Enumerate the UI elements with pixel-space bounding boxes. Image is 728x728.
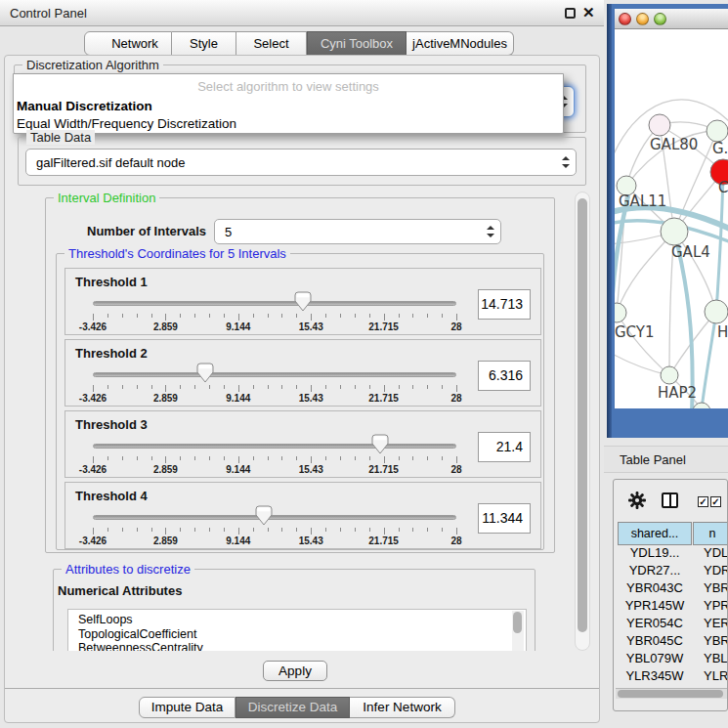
slider-track[interactable] — [93, 444, 456, 449]
network-canvas[interactable]: GAL80G.CGAL11GAL4GCY1HHAP2 — [615, 29, 728, 408]
cell-shared-name[interactable]: YBL079W — [618, 651, 692, 665]
network-edge[interactable] — [617, 232, 674, 313]
slider-thumb[interactable] — [196, 363, 214, 383]
cell-shared-name[interactable]: YPR145W — [618, 598, 692, 613]
scrollbar-thumb[interactable] — [578, 198, 587, 632]
numerical-attributes-list[interactable]: SelfLoopsTopologicalCoefficientBetweenne… — [67, 609, 527, 651]
float-window-icon[interactable] — [565, 8, 576, 19]
cell-name[interactable]: YBR0 — [704, 580, 728, 595]
tick-mark — [93, 528, 94, 535]
tick-mark — [180, 385, 181, 389]
tick-label: 15.43 — [299, 393, 323, 404]
network-node[interactable] — [661, 366, 678, 384]
tab-cyni-toolbox[interactable]: Cyni Toolbox — [307, 31, 407, 56]
threshold-value-field[interactable]: 21.4 — [478, 432, 531, 462]
tick-mark — [427, 528, 428, 532]
tick-mark — [311, 456, 312, 463]
scrollbar-thumb[interactable] — [618, 690, 723, 698]
cell-name[interactable]: YPR1 — [704, 598, 728, 613]
slider-track[interactable] — [93, 372, 456, 377]
settings-vertical-scrollbar[interactable] — [575, 192, 590, 651]
tick-mark — [224, 456, 225, 460]
tick-mark — [281, 528, 282, 532]
window-zoom-button[interactable] — [654, 13, 666, 25]
table-row[interactable]: YER054CYER0 — [618, 616, 728, 633]
column-view-icon[interactable] — [662, 492, 678, 508]
table-row[interactable]: YLR345WYLR3 — [618, 668, 728, 686]
tab-infer-network[interactable]: Infer Network — [350, 697, 455, 718]
network-node[interactable] — [693, 403, 710, 408]
tick-mark — [209, 385, 210, 389]
cell-shared-name[interactable]: YDR27... — [618, 563, 692, 578]
window-frame-edge — [607, 4, 612, 438]
network-node[interactable] — [615, 303, 626, 322]
slider-track[interactable] — [93, 301, 456, 306]
table-row[interactable]: YBR043CYBR0 — [618, 580, 728, 598]
window-close-button[interactable] — [619, 13, 631, 25]
slider-thumb[interactable] — [255, 505, 273, 526]
network-window-titlebar[interactable] — [615, 9, 728, 29]
network-node[interactable] — [707, 120, 728, 142]
cell-name[interactable]: YBL0 — [704, 651, 728, 665]
tick-mark — [137, 456, 138, 460]
tab-impute-data[interactable]: Impute Data — [139, 697, 236, 718]
checkbox-icon[interactable]: ✓ — [698, 496, 708, 507]
network-node[interactable] — [661, 218, 688, 245]
network-node[interactable] — [649, 114, 670, 136]
window-minimize-button[interactable] — [636, 13, 649, 25]
cell-name[interactable]: YBR0 — [704, 633, 728, 648]
slider-track[interactable] — [93, 515, 456, 520]
tick-mark — [268, 528, 269, 532]
tick-label: 28 — [450, 393, 461, 404]
table-row[interactable]: YPR145WYPR1 — [618, 598, 728, 616]
tab-discretize-data[interactable]: Discretize Data — [236, 697, 350, 718]
tick-mark — [355, 528, 356, 532]
table-row[interactable]: YBL079WYBL0 — [618, 651, 728, 668]
algorithm-option-equal-width[interactable]: Equal Width/Frequency Discretization — [17, 115, 560, 133]
cell-shared-name[interactable]: YBR045C — [618, 633, 692, 648]
network-edge[interactable] — [617, 313, 669, 375]
table-row[interactable]: YDL19...YDL1 — [618, 545, 728, 563]
cell-shared-name[interactable]: YER054C — [618, 616, 692, 630]
table-horizontal-scrollbar[interactable] — [616, 688, 727, 699]
cell-name[interactable]: YER0 — [704, 616, 728, 630]
tick-mark — [340, 385, 341, 389]
tab-style[interactable]: Style — [172, 31, 236, 56]
checkbox-icon[interactable]: ✓ — [710, 496, 721, 507]
attribute-list-item[interactable]: SelfLoops — [68, 613, 526, 627]
attributes-scrollbar[interactable] — [512, 611, 524, 651]
tab-network[interactable]: Network — [84, 31, 172, 56]
tab-jactivemnodules[interactable]: jActiveMNodules — [407, 31, 514, 56]
tab-select[interactable]: Select — [236, 31, 307, 56]
algorithm-option-manual[interactable]: Manual Discretization — [17, 98, 560, 115]
node-label: H — [717, 323, 728, 341]
table-row[interactable]: YBR045CYBR0 — [618, 633, 728, 651]
slider-thumb[interactable] — [371, 434, 389, 454]
network-node[interactable] — [705, 300, 728, 323]
tick-mark — [180, 314, 181, 318]
close-icon[interactable]: ✕ — [582, 4, 595, 21]
apply-button[interactable]: Apply — [263, 661, 327, 681]
tick-mark — [442, 528, 443, 532]
threshold-value-field[interactable]: 11.344 — [478, 503, 531, 534]
column-header-shared-name[interactable]: shared... — [618, 522, 692, 545]
cell-name[interactable]: YLR3 — [704, 668, 728, 683]
attribute-list-item[interactable]: TopologicalCoefficient — [68, 627, 526, 642]
tick-mark — [107, 528, 108, 532]
cell-shared-name[interactable]: YBR043C — [618, 580, 692, 595]
threshold-value-field[interactable]: 6.316 — [478, 361, 531, 391]
cell-shared-name[interactable]: YDL19... — [618, 545, 692, 560]
slider-thumb[interactable] — [294, 291, 312, 312]
node-label: GCY1 — [615, 323, 655, 341]
cell-name[interactable]: YDL1 — [704, 545, 728, 560]
algorithm-placeholder-option[interactable]: Select algorithm to view settings — [14, 79, 563, 94]
column-header-name[interactable]: n — [693, 522, 728, 545]
cell-shared-name[interactable]: YLR345W — [618, 668, 692, 683]
gear-icon[interactable] — [627, 491, 647, 510]
threshold-value-field[interactable]: 14.713 — [478, 289, 531, 320]
attribute-list-item[interactable]: BetweennessCentrality — [68, 641, 526, 651]
table-data-combobox[interactable]: galFiltered.sif default node — [25, 149, 577, 176]
number-of-intervals-combobox[interactable]: 5 — [214, 219, 501, 244]
table-row[interactable]: YDR27...YDR2 — [618, 563, 728, 580]
cell-name[interactable]: YDR2 — [704, 563, 728, 578]
